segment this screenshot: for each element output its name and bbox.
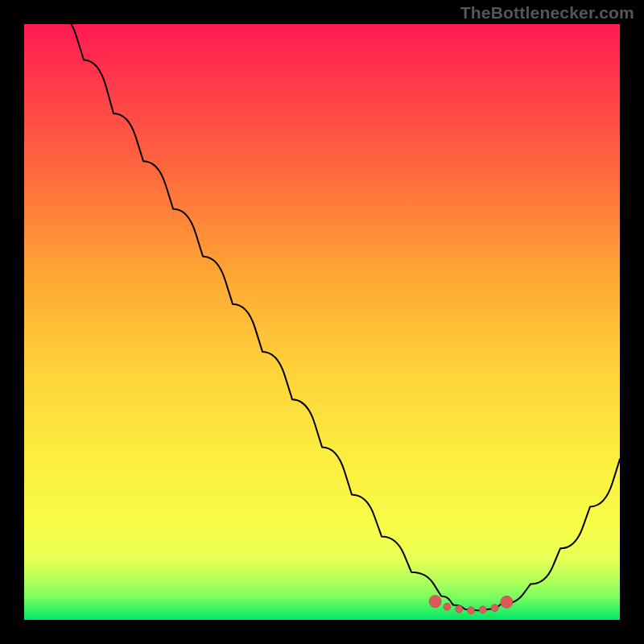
chart-frame: TheBottlenecker.com (0, 0, 644, 644)
optimal-marker (491, 605, 498, 612)
optimal-marker (501, 596, 513, 608)
optimal-marker (468, 607, 475, 614)
bottleneck-curve (54, 24, 620, 610)
optimal-marker (479, 606, 486, 613)
optimal-marker (456, 605, 463, 613)
plot-area (24, 24, 620, 620)
optimal-marker (429, 596, 441, 608)
chart-svg (24, 24, 620, 620)
optimal-marker (444, 603, 451, 610)
attribution-label: TheBottlenecker.com (460, 3, 634, 23)
